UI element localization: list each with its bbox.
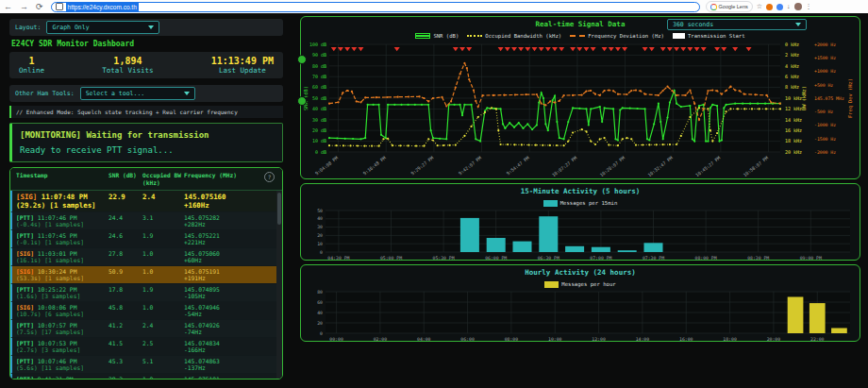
cell-snr: 41.5 — [108, 340, 142, 353]
cell-snr: 24.6 — [108, 232, 142, 245]
svg-text:-1000 Hz: -1000 Hz — [814, 123, 836, 127]
svg-text:08:30 PM: 08:30 PM — [747, 256, 769, 261]
layout-select[interactable]: Graph Only — [46, 21, 159, 34]
table-row[interactable]: [PTT] 11:07:45 PM(-0.1s) [1 samples]24.6… — [10, 230, 276, 248]
table-row[interactable]: [SIG] 11:03:01 PM(16.1s) [1 samples]27.8… — [10, 248, 276, 266]
svg-text:12:00: 12:00 — [592, 337, 606, 342]
table-row[interactable]: [SIG] 10:08:06 PM(10.7s) [6 samples]45.8… — [10, 302, 276, 320]
svg-text:50 dB: 50 dB — [312, 95, 326, 101]
cell-duration-samples: (-0.1s) [1 samples] — [16, 239, 108, 245]
svg-text:10:45:27 PM: 10:45:27 PM — [694, 156, 721, 177]
cell-bw: 2.4 — [142, 193, 184, 210]
table-row[interactable]: [PTT] 9:41:31 PM(8.3s) [2 samples]28.31.… — [10, 374, 276, 379]
help-icon[interactable]: ? — [264, 172, 275, 182]
table-row[interactable]: [PTT] 10:07:57 PM(7.5s) [17 samples]41.2… — [10, 320, 276, 338]
cell-bw: 5.1 — [142, 358, 184, 371]
legend-transmission: Transmission Start — [673, 33, 745, 39]
col-bw: Occupied BW (kHz) — [142, 172, 184, 187]
svg-text:22:00: 22:00 — [810, 337, 825, 342]
extension-blue-icon[interactable] — [776, 4, 783, 10]
reload-icon[interactable]: ⟳ — [32, 0, 47, 13]
svg-text:60: 60 — [317, 300, 323, 305]
browser-menu-icon[interactable]: ⋮ — [806, 0, 812, 13]
google-lens-button[interactable]: Google Lens — [706, 1, 753, 12]
legend-bandwidth: Occupied Bandwidth (kHz) — [467, 33, 561, 39]
cell-snr: 45.3 — [108, 358, 142, 371]
back-icon[interactable]: ← — [0, 0, 16, 13]
hourly-plot[interactable]: 02040608000:0002:0004:0006:0008:0010:001… — [301, 289, 858, 346]
signal-tag: [PTT] — [16, 322, 38, 329]
forward-icon[interactable]: → — [16, 0, 32, 13]
table-row[interactable]: [PTT] 11:07:46 PM(-0.4s) [1 samples]24.4… — [10, 212, 276, 230]
chevron-down-icon — [148, 25, 154, 29]
stat-online-value: 1 — [19, 56, 44, 66]
window-select[interactable]: 360 seconds — [667, 19, 807, 30]
svg-text:70 dB: 70 dB — [312, 74, 326, 79]
dashboard-page: Layout: Graph Only E24CY SDR Monitor Das… — [0, 13, 868, 388]
cell-timestamp: [SIG] 11:03:01 PM(16.1s) [1 samples] — [16, 250, 108, 263]
svg-text:02:00: 02:00 — [374, 337, 388, 342]
frequency-value: 145.075060 — [184, 250, 263, 257]
svg-text:30: 30 — [317, 225, 323, 229]
browser-actions: Google Lens ☆ ↓ ⋮ — [706, 0, 812, 13]
svg-text:9:42:07 PM: 9:42:07 PM — [458, 156, 482, 177]
stat-update-value: 11:13:49 PM — [211, 56, 274, 66]
activity15-plot[interactable]: 0102030405004:30 PM05:00 PM05:30 PM06:00… — [301, 208, 858, 264]
cell-timestamp: [PTT] 9:41:31 PM(8.3s) [2 samples] — [16, 376, 108, 379]
monitoring-panel: [MONITORING] Waiting for transmission Re… — [9, 123, 283, 162]
stat-visits: 1,894 Total Visits — [102, 56, 153, 75]
cell-timestamp: [PTT] 10:07:57 PM(7.5s) [17 samples] — [16, 322, 108, 335]
svg-text:9:29:27 PM: 9:29:27 PM — [410, 156, 435, 177]
cell-frequency: 145.075221+221Hz — [184, 232, 263, 245]
address-bar[interactable]: https://e24cy.dxcom.co.th — [51, 2, 700, 12]
cell-timestamp: [PTT] 11:07:45 PM(-0.1s) [1 samples] — [16, 232, 108, 245]
site-info-icon[interactable] — [56, 3, 63, 10]
cell-frequency: 145.074834-166Hz — [184, 340, 263, 353]
table-row[interactable]: [PTT] 10:07:53 PM(2.7s) [3 samples]41.52… — [10, 338, 276, 356]
signal-tag: [PTT] — [16, 358, 38, 364]
scrollbar-thumb[interactable] — [277, 193, 281, 225]
tools-select[interactable]: Select a tool... — [80, 87, 195, 100]
layout-label: Layout: — [15, 24, 41, 31]
svg-text:10: 10 — [317, 242, 323, 246]
svg-text:80: 80 — [317, 290, 323, 295]
realtime-chart-plot[interactable]: 0 dB20 kHz10 dB18 kHz20 dB16 kHz30 dB14 … — [301, 41, 860, 177]
frequency-value: 145.075191 — [184, 268, 263, 275]
cell-snr: 28.3 — [108, 376, 142, 379]
panel-toggle-icon[interactable] — [297, 55, 307, 64]
profile-avatar[interactable] — [794, 3, 802, 10]
messages-hour-swatch-icon — [544, 281, 559, 288]
frequency-offset: -54Hz — [184, 311, 263, 317]
table-row[interactable]: [SIG] 11:07:48 PM(29.2s) [1 samples]22.9… — [10, 191, 276, 212]
table-row[interactable]: [SIG] 10:30:24 PM(53.3s) [1 samples]50.9… — [10, 266, 276, 284]
deviation-swatch-icon — [570, 35, 585, 37]
svg-text:20: 20 — [317, 233, 323, 238]
window-select-value: 360 seconds — [673, 21, 713, 28]
svg-text:8 kHz: 8 kHz — [785, 84, 799, 90]
cell-bw: 1.9 — [142, 286, 184, 299]
svg-text:00:00: 00:00 — [329, 337, 343, 342]
bookmark-star-icon[interactable]: ☆ — [757, 0, 762, 13]
cell-frequency: 145.075160+160Hz — [184, 193, 263, 210]
table-scrollbar[interactable] — [276, 191, 282, 379]
url-text[interactable]: https://e24cy.dxcom.co.th — [66, 3, 139, 11]
cell-snr: 45.8 — [108, 304, 142, 317]
cell-frequency: 145.075060+60Hz — [184, 250, 263, 263]
hourly-chart-panel: Hourly Activity (24 hours) Messages per … — [300, 264, 860, 342]
svg-text:04:00: 04:00 — [417, 337, 431, 342]
stat-visits-value: 1,894 — [102, 56, 153, 66]
table-row[interactable]: [PTT] 10:25:22 PM(1.6s) [3 samples]17.81… — [10, 284, 276, 302]
svg-text:60 dB: 60 dB — [312, 84, 326, 90]
svg-text:07:00 PM: 07:00 PM — [590, 256, 611, 261]
cell-bw: 3.1 — [142, 214, 184, 228]
stat-update: 11:13:49 PM Last Update — [211, 56, 274, 75]
frequency-value: 145.074895 — [184, 286, 263, 293]
panel-toggle-icon[interactable] — [297, 96, 307, 106]
extension-orange-icon[interactable] — [766, 4, 773, 10]
stat-online: 1 Online — [19, 56, 44, 75]
table-row[interactable]: [PTT] 10:07:46 PM(5.6s) [11 samples]45.3… — [10, 356, 276, 374]
signal-tag: [PTT] — [16, 376, 38, 379]
downloads-icon[interactable]: ↓ — [787, 0, 791, 13]
svg-text:10:32:47 PM: 10:32:47 PM — [647, 156, 674, 177]
signal-table-body: [SIG] 11:07:48 PM(29.2s) [1 samples]22.9… — [10, 191, 276, 379]
